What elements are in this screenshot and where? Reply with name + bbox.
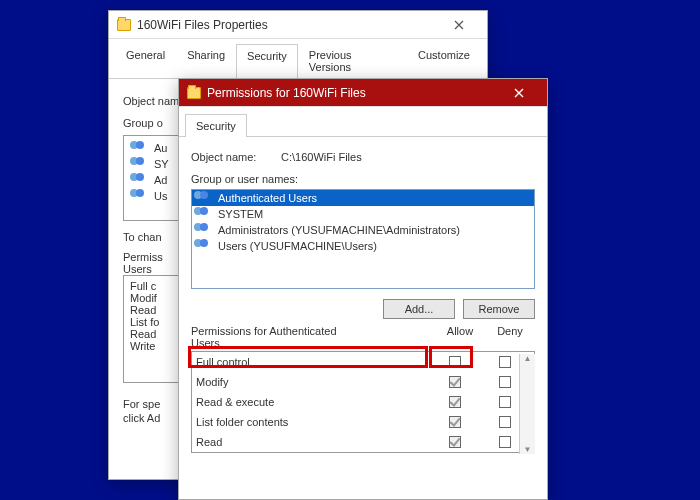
perm-row: Read & execute: [192, 392, 534, 412]
deny-checkbox[interactable]: [499, 416, 511, 428]
tab-bar: Security: [179, 107, 547, 137]
list-item: SYSTEM: [192, 206, 534, 222]
users-icon: [130, 189, 148, 203]
users-icon: [130, 157, 148, 171]
object-name-label: Object name:: [191, 151, 267, 163]
remove-button[interactable]: Remove: [463, 299, 535, 319]
folder-icon: [187, 87, 201, 99]
allow-checkbox[interactable]: [449, 416, 461, 428]
group-label: Group or user names:: [191, 173, 535, 185]
users-icon: [130, 141, 148, 155]
permissions-table: Permissions for AuthenticatedUsers Allow…: [191, 325, 535, 453]
users-icon: [194, 223, 212, 237]
tab-sharing[interactable]: Sharing: [176, 43, 236, 78]
list-item: Administrators (YUSUFMACHINE\Administrat…: [192, 222, 534, 238]
perm-header: Permiss: [123, 251, 163, 263]
tab-security[interactable]: Security: [236, 44, 298, 79]
tab-general[interactable]: General: [115, 43, 176, 78]
tab-body: Object name: C:\160WiFi Files Group or u…: [179, 137, 547, 453]
hint-line-1: For spe: [123, 398, 160, 410]
tab-previous-versions[interactable]: Previous Versions: [298, 43, 407, 78]
folder-icon: [117, 19, 131, 31]
users-icon: [194, 239, 212, 253]
users-icon: [194, 207, 212, 221]
deny-checkbox[interactable]: [499, 356, 511, 368]
allow-checkbox[interactable]: [449, 376, 461, 388]
deny-checkbox[interactable]: [499, 376, 511, 388]
list-item: Authenticated Users: [192, 190, 534, 206]
perm-row: Modify: [192, 372, 534, 392]
tab-bar: General Sharing Security Previous Versio…: [109, 39, 487, 79]
deny-checkbox[interactable]: [499, 396, 511, 408]
users-icon: [194, 191, 212, 205]
tab-security[interactable]: Security: [185, 114, 247, 137]
window-title: Permissions for 160WiFi Files: [207, 86, 499, 100]
add-button[interactable]: Add...: [383, 299, 455, 319]
users-icon: [130, 173, 148, 187]
allow-header: Allow: [435, 325, 485, 349]
close-button[interactable]: [439, 11, 479, 39]
close-button[interactable]: [499, 79, 539, 107]
window-title: 160WiFi Files Properties: [137, 18, 439, 32]
deny-header: Deny: [485, 325, 535, 349]
perm-row: Read: [192, 432, 534, 452]
list-item: Users (YUSUFMACHINE\Users): [192, 238, 534, 254]
perm-header: Permissions for Authenticated: [191, 325, 337, 337]
hint-line-2: click Ad: [123, 412, 160, 424]
allow-checkbox[interactable]: [449, 356, 461, 368]
perm-row: Full control: [192, 352, 534, 372]
tab-customize[interactable]: Customize: [407, 43, 481, 78]
permissions-window: Permissions for 160WiFi Files Security O…: [178, 78, 548, 500]
allow-checkbox[interactable]: [449, 396, 461, 408]
titlebar[interactable]: 160WiFi Files Properties: [109, 11, 487, 39]
object-name-value: C:\160WiFi Files: [281, 151, 362, 163]
deny-checkbox[interactable]: [499, 436, 511, 448]
titlebar[interactable]: Permissions for 160WiFi Files: [179, 79, 547, 107]
allow-checkbox[interactable]: [449, 436, 461, 448]
users-listbox[interactable]: Authenticated Users SYSTEM Administrator…: [191, 189, 535, 289]
scrollbar[interactable]: [519, 354, 535, 454]
perm-row: List folder contents: [192, 412, 534, 432]
